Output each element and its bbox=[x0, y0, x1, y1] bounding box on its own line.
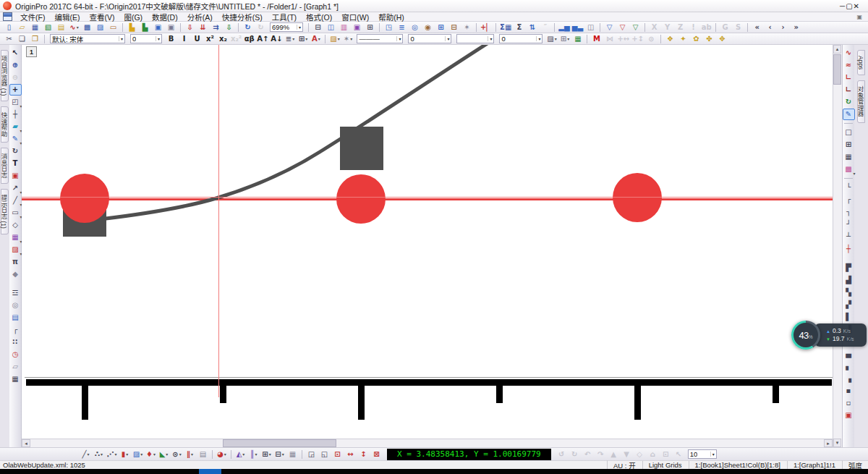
axes-bottom-icon[interactable]: ┴ bbox=[843, 231, 855, 242]
rotate-ccw-icon[interactable]: ↺ bbox=[556, 449, 568, 460]
distribute-h-icon[interactable]: ▖ bbox=[843, 360, 855, 372]
chevron-down-icon[interactable]: ▾ bbox=[114, 452, 116, 457]
find-next-icon[interactable]: ◉ bbox=[422, 22, 434, 33]
tab-apps[interactable]: Apps bbox=[857, 50, 865, 75]
axes-bottom-left-icon[interactable]: └ bbox=[843, 182, 855, 193]
menu-gadgets[interactable]: 快捷分析(S) bbox=[218, 12, 267, 22]
subsuperscript-icon[interactable]: x₂² bbox=[230, 33, 242, 45]
ungroup-objects-icon[interactable]: ▞ bbox=[843, 299, 855, 310]
menu-view[interactable]: 查看(V) bbox=[85, 12, 119, 22]
surface-3d-icon[interactable]: ◭▾ bbox=[234, 449, 247, 460]
set-y-icon[interactable]: Y bbox=[661, 22, 673, 33]
status-active-graph[interactable]: 1:[Graph1]1!1 bbox=[787, 461, 841, 469]
chevron-down-icon[interactable]: ▾ bbox=[350, 36, 352, 41]
tilt-left-icon[interactable]: ↶ bbox=[582, 449, 594, 460]
fix-object-icon[interactable]: ▪ bbox=[843, 385, 855, 397]
menu-graph[interactable]: 图(G) bbox=[119, 12, 147, 22]
horizontal-scrollbar[interactable]: ◂ ▸ bbox=[22, 439, 833, 447]
copy-icon[interactable]: ❏ bbox=[16, 33, 28, 45]
circle-marker-2[interactable] bbox=[336, 174, 386, 224]
axis-zoom-in-icon[interactable]: ∟ bbox=[843, 72, 855, 83]
chevron-down-icon[interactable]: ▾ bbox=[126, 452, 128, 457]
menu-format[interactable]: 格式(O) bbox=[302, 12, 336, 22]
pattern-color-icon[interactable]: ✶▾ bbox=[341, 33, 354, 45]
polar-plot-icon[interactable]: ⊙▾ bbox=[171, 449, 183, 460]
line-width-combo[interactable]: 0▾ bbox=[408, 34, 451, 43]
text-tool-icon[interactable]: T bbox=[9, 158, 22, 169]
import-excel-icon[interactable]: ⇩ bbox=[223, 22, 235, 33]
network-speed-widget[interactable]: ▲ 0.3 K/s ▼ 19.7 K/s 43 % bbox=[791, 321, 868, 350]
nav-last-icon[interactable]: » bbox=[790, 22, 802, 33]
perspective-icon[interactable]: ◇ bbox=[634, 449, 646, 460]
import-ascii-icon[interactable]: ⇩ bbox=[184, 22, 196, 33]
chevron-down-icon[interactable]: ▾ bbox=[445, 36, 449, 41]
scroll-right-icon[interactable]: ▸ bbox=[824, 439, 833, 447]
italic-icon[interactable]: I bbox=[178, 33, 190, 45]
progress-ring[interactable]: 43 % bbox=[791, 321, 820, 350]
rectangle-tool-icon[interactable]: ▭▾ bbox=[9, 207, 22, 219]
menu-edit[interactable]: 编辑(E) bbox=[50, 12, 84, 22]
refresh-graph-icon[interactable]: ↻ bbox=[843, 96, 855, 108]
open-excel-icon[interactable]: ▙ bbox=[139, 22, 151, 33]
ungroup-icon[interactable]: S bbox=[732, 22, 744, 33]
new-layout-icon[interactable]: ▭ bbox=[107, 22, 119, 33]
tilt-right-icon[interactable]: ↷ bbox=[595, 449, 607, 460]
rotation-angle-combo[interactable]: 10▾ bbox=[688, 449, 717, 459]
send-back-icon[interactable]: ▟ bbox=[843, 274, 855, 286]
column-plot-icon[interactable]: ▮▾ bbox=[119, 449, 131, 460]
chevron-down-icon[interactable]: ▾ bbox=[710, 452, 715, 457]
rotate-cw-icon[interactable]: ↻ bbox=[569, 449, 581, 460]
insert-equation-tool-icon[interactable]: π bbox=[9, 256, 22, 268]
table-icon[interactable]: ▦ bbox=[571, 33, 584, 45]
open-icon[interactable]: ▙ bbox=[126, 22, 138, 33]
zoom-panel-alt-icon[interactable]: ◱ bbox=[318, 449, 331, 460]
greek-icon[interactable]: αβ bbox=[243, 33, 255, 45]
chevron-down-icon[interactable]: ▾ bbox=[853, 171, 855, 176]
chevron-down-icon[interactable]: ▾ bbox=[153, 452, 156, 457]
template-library-icon[interactable]: ▤ bbox=[197, 449, 209, 460]
circle-marker-3[interactable] bbox=[613, 173, 662, 222]
paste-format-icon[interactable]: ✥ bbox=[716, 33, 728, 45]
pattern-width-combo[interactable]: 0▾ bbox=[499, 34, 542, 43]
line-style-combo[interactable]: ———▾ bbox=[357, 34, 403, 43]
chevron-down-icon[interactable]: ▾ bbox=[77, 25, 79, 30]
unfix-object-icon[interactable]: ▫ bbox=[843, 397, 855, 409]
print-preview-icon[interactable]: ◫ bbox=[325, 22, 337, 33]
vertical-scrollbar[interactable]: ▴ ▾ bbox=[833, 45, 842, 447]
chevron-down-icon[interactable]: ▾ bbox=[338, 36, 340, 41]
pointer-tool-icon[interactable]: ↖ bbox=[9, 47, 22, 59]
region-zoom-tool-icon[interactable]: ◰▾ bbox=[9, 96, 22, 108]
taskbar-active-app[interactable] bbox=[199, 469, 221, 474]
filter-icon[interactable]: ▽ bbox=[603, 22, 616, 33]
column-chart-icon[interactable]: ▂▅ bbox=[558, 22, 570, 33]
new-3d-graph-icon[interactable]: ▨ bbox=[94, 22, 106, 33]
project-explorer-icon[interactable]: ≡ bbox=[396, 22, 408, 33]
scatter-plot-icon[interactable]: ∴▾ bbox=[93, 449, 105, 460]
column-chart-alt-icon[interactable]: ▅▃ bbox=[571, 22, 584, 33]
axes-all-icon[interactable]: ┼ bbox=[843, 243, 855, 255]
rotate-up-icon[interactable]: ▲ bbox=[608, 449, 620, 460]
group-objects-icon[interactable]: ▚ bbox=[843, 287, 855, 298]
nav-next-icon[interactable]: › bbox=[777, 22, 789, 33]
pie-3d-icon[interactable]: ◕▾ bbox=[216, 449, 228, 460]
nav-prev-icon[interactable]: ‹ bbox=[764, 22, 776, 33]
stretch-icon[interactable]: ↖ bbox=[673, 449, 685, 460]
maximize-button[interactable]: ▢ bbox=[846, 2, 852, 10]
chevron-down-icon[interactable]: ▾ bbox=[396, 36, 401, 41]
axes-top-right-icon[interactable]: ┐ bbox=[843, 206, 855, 218]
close-button[interactable]: ✕ bbox=[854, 2, 859, 10]
freehand-tool-icon[interactable]: ◇ bbox=[9, 219, 22, 231]
tip-icon[interactable]: ✦ bbox=[677, 33, 689, 45]
reimport-all-icon[interactable]: ↻ bbox=[255, 22, 267, 33]
screen-reader-tool-icon[interactable]: + bbox=[9, 84, 22, 96]
chevron-down-icon[interactable]: ▾ bbox=[166, 452, 168, 457]
digitizer-icon[interactable]: ◳ bbox=[383, 22, 395, 33]
single-layer-icon[interactable]: □ bbox=[843, 127, 855, 138]
worksheet-stats-icon[interactable]: ⊟▾ bbox=[273, 449, 286, 460]
new-project-icon[interactable]: ▯ bbox=[3, 22, 15, 33]
paste-icon[interactable]: ❐ bbox=[29, 33, 41, 45]
zoom-out-tool-icon[interactable]: ⊖ bbox=[9, 72, 22, 83]
stock-plot-icon[interactable]: ♦▾ bbox=[145, 449, 157, 460]
set-x-icon[interactable]: X bbox=[648, 22, 660, 33]
mask-tool-icon[interactable]: ▰▾ bbox=[9, 121, 22, 132]
